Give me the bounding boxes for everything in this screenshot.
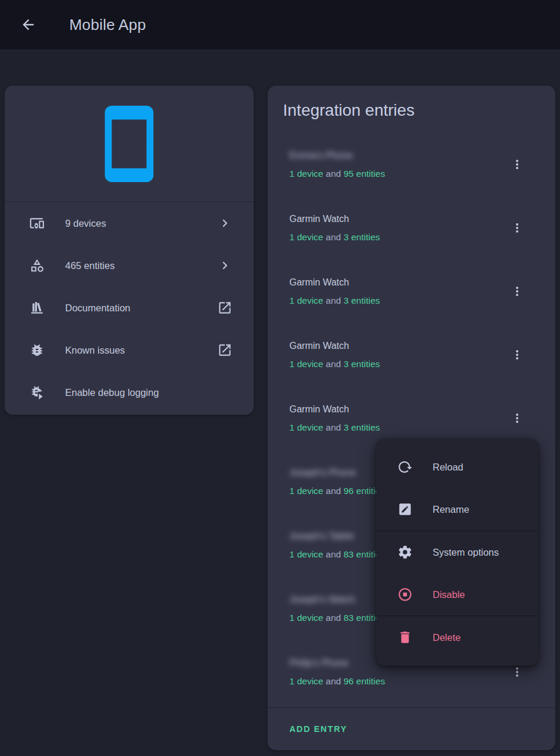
entry-menu-button[interactable] bbox=[510, 411, 524, 425]
cog-icon bbox=[397, 545, 413, 560]
page-title: Mobile App bbox=[69, 16, 146, 34]
context-menu-item[interactable]: Reload bbox=[376, 446, 538, 488]
integration-icon-area bbox=[5, 86, 254, 202]
info-row[interactable]: 465 entities bbox=[5, 244, 254, 287]
entry-entity-count: 3 entities bbox=[343, 295, 380, 305]
info-row[interactable]: Documentation bbox=[5, 287, 254, 329]
chevron-right-icon bbox=[217, 216, 232, 231]
context-menu-item-label: Disable bbox=[433, 589, 465, 600]
entry-name: Garmin Watch bbox=[289, 212, 483, 226]
info-row-label: 465 entities bbox=[65, 260, 217, 271]
entry-conjunction: and bbox=[326, 169, 341, 179]
entry-menu-button[interactable] bbox=[510, 284, 524, 298]
integration-entry-row[interactable]: Garmin Watch 1 device and 3 entities bbox=[268, 323, 555, 387]
delete-icon bbox=[397, 630, 413, 645]
open-in-new-icon bbox=[217, 342, 232, 358]
context-menu-item[interactable]: System options bbox=[376, 531, 538, 573]
bug-play-icon bbox=[29, 385, 45, 400]
entry-device-count: 1 device bbox=[289, 359, 323, 369]
context-menu-item[interactable]: Rename bbox=[376, 488, 538, 530]
entry-conjunction: and bbox=[326, 359, 341, 369]
entry-name: Garmin Watch bbox=[289, 339, 483, 353]
entry-conjunction: and bbox=[326, 613, 341, 623]
bug-icon bbox=[29, 342, 45, 358]
entries-card-title: Integration entries bbox=[283, 100, 540, 121]
entry-conjunction: and bbox=[326, 295, 341, 305]
entry-name: Garmin Watch bbox=[289, 275, 483, 290]
info-row[interactable]: 9 devices bbox=[5, 202, 254, 244]
entry-menu-button[interactable] bbox=[510, 348, 524, 362]
entry-device-count: 1 device bbox=[289, 169, 323, 179]
entry-menu-button[interactable] bbox=[510, 221, 524, 235]
entry-name: Emma's Phone bbox=[289, 149, 483, 163]
entry-device-count: 1 device bbox=[289, 549, 323, 559]
reload-icon bbox=[397, 459, 413, 475]
back-button[interactable] bbox=[20, 16, 36, 33]
entry-device-count: 1 device bbox=[289, 295, 323, 305]
entry-conjunction: and bbox=[326, 232, 341, 242]
entry-device-count: 1 device bbox=[289, 486, 323, 496]
info-row-label: Known issues bbox=[65, 345, 217, 356]
context-menu-item-label: System options bbox=[433, 547, 499, 558]
dots-vertical-icon bbox=[510, 411, 524, 425]
pencil-box-icon bbox=[397, 502, 413, 517]
dots-vertical-icon bbox=[510, 348, 524, 362]
arrow-left-icon bbox=[20, 16, 36, 33]
entries-card-footer: ADD ENTRY bbox=[268, 707, 555, 750]
info-row-label: Documentation bbox=[65, 303, 217, 314]
info-row[interactable]: Known issues bbox=[5, 329, 254, 371]
entry-conjunction: and bbox=[326, 422, 341, 432]
entry-device-count: 1 device bbox=[289, 422, 323, 432]
integration-entry-row[interactable]: Emma's Phone 1 device and 95 entities bbox=[268, 133, 555, 196]
add-entry-button[interactable]: ADD ENTRY bbox=[289, 724, 347, 734]
devices-icon bbox=[29, 216, 45, 231]
entry-device-count: 1 device bbox=[289, 232, 323, 242]
cellphone-icon bbox=[87, 102, 171, 186]
context-menu-item[interactable]: Delete bbox=[376, 616, 538, 658]
library-icon bbox=[29, 300, 45, 315]
integration-entry-row[interactable]: Garmin Watch 1 device and 3 entities bbox=[268, 260, 555, 323]
entry-entity-count: 3 entities bbox=[343, 359, 380, 369]
open-in-new-icon bbox=[217, 300, 232, 315]
context-menu-item-label: Delete bbox=[433, 632, 461, 643]
dots-vertical-icon bbox=[510, 665, 524, 679]
entry-entity-count: 3 entities bbox=[343, 232, 380, 242]
entry-conjunction: and bbox=[326, 549, 341, 559]
entry-context-menu: Reload Rename System options Disable Del… bbox=[376, 439, 538, 666]
integration-entry-row[interactable]: Garmin Watch 1 device and 3 entities bbox=[268, 196, 555, 260]
entry-conjunction: and bbox=[326, 676, 341, 686]
app-bar: Mobile App bbox=[0, 0, 560, 49]
stop-circle-outline-icon bbox=[397, 587, 413, 602]
entry-device-count: 1 device bbox=[289, 676, 323, 686]
entry-device-count: 1 device bbox=[289, 613, 323, 623]
shape-outline-icon bbox=[29, 258, 45, 273]
context-menu-item[interactable]: Disable bbox=[376, 573, 538, 616]
entry-menu-button[interactable] bbox=[510, 157, 524, 172]
entry-conjunction: and bbox=[326, 486, 341, 496]
info-row-label: Enable debug logging bbox=[65, 387, 232, 398]
info-row-label: 9 devices bbox=[65, 218, 217, 229]
entry-menu-button[interactable] bbox=[510, 665, 524, 679]
dots-vertical-icon bbox=[510, 157, 524, 172]
info-row[interactable]: Enable debug logging bbox=[5, 371, 254, 414]
dots-vertical-icon bbox=[510, 221, 524, 235]
entry-entity-count: 96 entities bbox=[343, 676, 385, 686]
integration-links: 9 devices 465 entities Documentation Kno… bbox=[5, 202, 254, 414]
chevron-right-icon bbox=[217, 258, 232, 273]
dots-vertical-icon bbox=[510, 284, 524, 298]
entry-name: Garmin Watch bbox=[289, 402, 483, 416]
context-menu-item-label: Rename bbox=[433, 504, 469, 515]
entry-entity-count: 3 entities bbox=[343, 422, 380, 432]
integration-info-card: 9 devices 465 entities Documentation Kno… bbox=[5, 86, 254, 415]
context-menu-item-label: Reload bbox=[433, 462, 463, 473]
entry-entity-count: 95 entities bbox=[343, 169, 385, 179]
